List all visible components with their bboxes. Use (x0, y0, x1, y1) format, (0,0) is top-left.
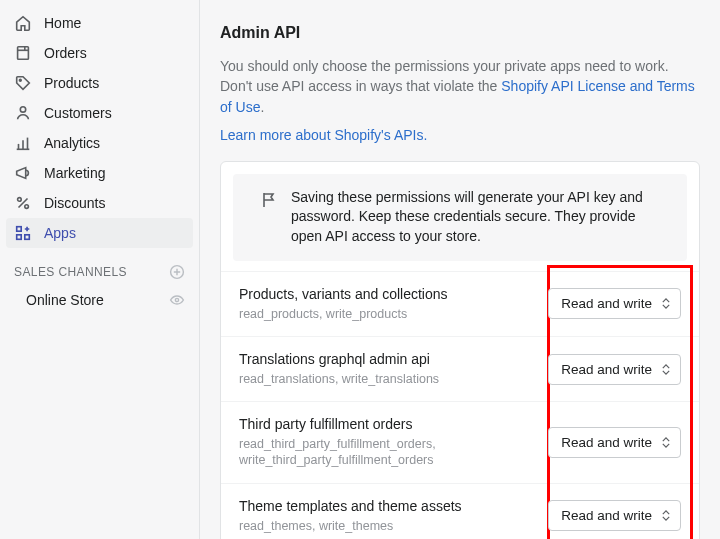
permission-select[interactable]: Read and write (548, 427, 681, 458)
select-value: Read and write (561, 508, 652, 523)
info-banner: Saving these permissions will generate y… (233, 174, 687, 261)
nav-label: Apps (44, 225, 76, 241)
channel-label: Online Store (26, 292, 104, 308)
discount-icon (14, 194, 32, 212)
select-caret-icon (662, 435, 672, 449)
nav-analytics[interactable]: Analytics (0, 128, 199, 158)
orders-icon (14, 44, 32, 62)
nav-label: Products (44, 75, 99, 91)
channel-online-store[interactable]: Online Store (0, 286, 199, 314)
nav-marketing[interactable]: Marketing (0, 158, 199, 188)
nav-home[interactable]: Home (0, 8, 199, 38)
permissions-card: Saving these permissions will generate y… (220, 161, 700, 539)
svg-rect-7 (25, 235, 30, 240)
permission-scopes: read_products, write_products (239, 306, 538, 322)
intro-text: You should only choose the permissions y… (220, 56, 700, 117)
permission-select[interactable]: Read and write (548, 354, 681, 385)
svg-point-3 (18, 198, 22, 202)
nav-products[interactable]: Products (0, 68, 199, 98)
megaphone-icon (14, 164, 32, 182)
home-icon (14, 14, 32, 32)
permission-row: Products, variants and collections read_… (221, 271, 699, 336)
permission-row: Translations graphql admin api read_tran… (221, 336, 699, 401)
flag-icon (259, 190, 279, 210)
select-value: Read and write (561, 435, 652, 450)
nav-label: Marketing (44, 165, 105, 181)
permission-row: Theme templates and theme assets read_th… (221, 483, 699, 539)
page-title: Admin API (220, 24, 700, 42)
svg-point-9 (175, 298, 178, 301)
intro-suffix: . (260, 99, 264, 115)
permission-title: Translations graphql admin api (239, 351, 538, 367)
select-caret-icon (662, 297, 672, 311)
analytics-icon (14, 134, 32, 152)
svg-point-1 (19, 79, 21, 81)
nav-label: Home (44, 15, 81, 31)
learn-more-link[interactable]: Learn more about Shopify's APIs. (220, 127, 700, 143)
add-channel-icon[interactable] (169, 264, 185, 280)
select-caret-icon (662, 362, 672, 376)
permissions-list: Products, variants and collections read_… (221, 261, 699, 539)
svg-rect-0 (18, 47, 29, 60)
nav-label: Customers (44, 105, 112, 121)
svg-point-2 (20, 107, 25, 112)
nav-apps[interactable]: Apps (6, 218, 193, 248)
banner-text: Saving these permissions will generate y… (291, 188, 661, 247)
view-store-icon[interactable] (169, 292, 185, 308)
select-value: Read and write (561, 362, 652, 377)
permission-scopes: read_themes, write_themes (239, 518, 538, 534)
svg-rect-5 (17, 227, 22, 232)
main-content: Admin API You should only choose the per… (200, 0, 720, 539)
nav-label: Discounts (44, 195, 105, 211)
permission-row: Third party fulfillment orders read_thir… (221, 401, 699, 483)
permission-title: Theme templates and theme assets (239, 498, 538, 514)
section-label: SALES CHANNELS (14, 265, 127, 279)
tag-icon (14, 74, 32, 92)
nav-orders[interactable]: Orders (0, 38, 199, 68)
svg-rect-6 (17, 235, 22, 240)
nav-label: Analytics (44, 135, 100, 151)
permission-scopes: read_translations, write_translations (239, 371, 538, 387)
permission-title: Products, variants and collections (239, 286, 538, 302)
select-caret-icon (662, 509, 672, 523)
person-icon (14, 104, 32, 122)
apps-icon (14, 224, 32, 242)
permission-select[interactable]: Read and write (548, 288, 681, 319)
select-value: Read and write (561, 296, 652, 311)
svg-point-4 (25, 205, 29, 209)
nav-discounts[interactable]: Discounts (0, 188, 199, 218)
permission-title: Third party fulfillment orders (239, 416, 538, 432)
nav-customers[interactable]: Customers (0, 98, 199, 128)
sales-channels-header: SALES CHANNELS (0, 248, 199, 286)
permission-select[interactable]: Read and write (548, 500, 681, 531)
sidebar: Home Orders Products Customers Analytics… (0, 0, 200, 539)
nav-label: Orders (44, 45, 87, 61)
permission-scopes: read_third_party_fulfillment_orders, wri… (239, 436, 538, 469)
